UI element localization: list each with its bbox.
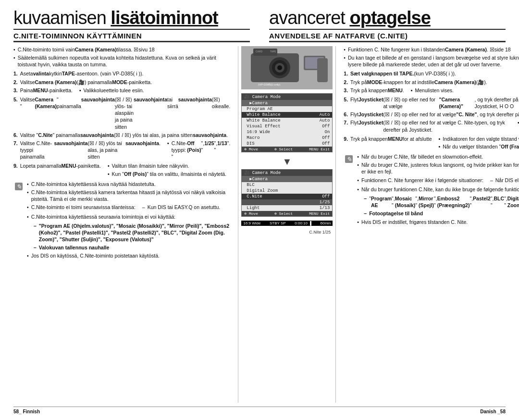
footer-row: 58_ Finnish Danish _58	[13, 407, 506, 414]
list-item: C.Nite-toimintoa käytettäessä seuraavia …	[27, 213, 230, 220]
list-item: Aseta valintakytkin TAPE-asentoon. (vain…	[13, 70, 230, 77]
left-note-content: C.Nite-toimintoa käytettäessä kuva näytt…	[27, 181, 230, 262]
menu-item-125: 1/25	[242, 199, 332, 205]
svg-text:MODE: MODE	[284, 50, 292, 53]
svg-text:(VP-D385(i) only): (VP-D385(i) only)	[258, 83, 280, 86]
down-arrow-icon: ▼	[282, 156, 292, 167]
list-item: Når du vælger tilstanden "Off (Fra)", vi…	[439, 143, 519, 150]
list-item: Paina MENU-painiketta. Valikkolueettelo …	[13, 87, 230, 95]
list-item: Funktionen C. Nite fungerer kun i tilsta…	[344, 46, 519, 53]
menu-footer-2: ⊕ Move⊕ SelectMENU Exit	[242, 211, 332, 216]
status-stby: STBY SP	[270, 221, 286, 225]
list-item: C.Nite-toimintoa käytettäessä kuva näytt…	[27, 181, 230, 187]
list-item: Flyt Joysticket (☒ / ☒) op eller ned for…	[344, 111, 519, 118]
list-item: Du kan tage et billede af en genstand i …	[344, 54, 519, 68]
menu-item: DISOff	[242, 141, 332, 147]
menu-item: Visual EffectOff	[242, 124, 332, 129]
right-note-bullets: Når du bruger C.Nite, får billedet en sl…	[357, 153, 519, 193]
left-section-title: C.NITE-TOIMINNON KÄYTTÄMINEN	[13, 32, 250, 42]
list-item: Når DIS eller EASY.Q er indstillet.	[490, 177, 519, 184]
camera-menu-2: 🎥 Camera Mode ▶Camera BLC Digital Zoom C…	[241, 169, 333, 217]
list-item: Fotooptagelse til bånd	[364, 210, 519, 217]
list-item: Jos DIS on käytössä, C.Nite-toiminto poi…	[27, 252, 230, 259]
footer-right: Danish _58	[480, 409, 506, 414]
list-item: Valokuvan tallennus nauhalle	[34, 244, 230, 251]
left-main-title: kuvaamisen lisätoiminnot	[13, 9, 250, 30]
svg-point-8	[277, 65, 282, 70]
svg-rect-14	[317, 58, 328, 82]
svg-text:CARD: CARD	[256, 50, 263, 53]
list-item: C.Nite-toimintoa käytettäessä kamera tar…	[27, 189, 230, 202]
list-item: Funktionen C. Nite fungerer ikke i følge…	[357, 177, 519, 185]
list-item: Flyt Joysticket (☒ / ☒) op eller ned for…	[344, 96, 519, 110]
col-left: C.Nite-toiminto toimii vain Camera (Kame…	[13, 46, 238, 403]
note-icon-right: ✎	[344, 154, 354, 164]
right-intro-bullets: Funktionen C. Nite fungerer kun i tilsta…	[344, 46, 519, 68]
list-item: Sæt valgknappen til TAPE. (kun VP-D385( …	[344, 70, 519, 77]
list-item: Kun "Off (Pois)" tila on valittu, ilmais…	[108, 171, 226, 177]
list-item: Valikkolueettelo tulee esiin.	[79, 87, 144, 94]
menu-bar-label-2: 🎥 Camera Mode	[244, 170, 281, 175]
content-inner: C.Nite-toiminto toimii vain Camera (Kame…	[13, 46, 506, 403]
col-right: Funktionen C. Nite fungerer kun i tilsta…	[336, 46, 519, 403]
list-item: Säätelemällä sulkimen nopeutta voit kuva…	[13, 54, 230, 68]
status-remaining: 60min	[321, 221, 331, 225]
list-item: "Program AE (Ohjelm.valotus)", "Mosaic (…	[34, 222, 230, 243]
center-images: CARD TAPE MODE (VP-D385(i) only) 🎥 Camer…	[238, 46, 336, 403]
menu-footer: ⊕ Move⊕ SelectMENU Exit	[242, 147, 332, 152]
right-note-last: Hvis DIS er indstillet, frigøres tilstan…	[357, 219, 519, 225]
right-note-box: ✎ Når du bruger C.Nite, får billedet en …	[344, 153, 519, 228]
status-time: 0:00:10 ▐	[295, 221, 311, 225]
status-wide: 16:9 Wide	[243, 221, 260, 225]
left-intro-bullets: C.Nite-toiminto toimii vain Camera (Kame…	[13, 46, 230, 68]
list-item: C.Nite-toiminto toimii vain Camera (Kame…	[13, 46, 230, 53]
list-item: "Program AE", "Mosaic (Mosaik)", "Mirror…	[364, 195, 519, 209]
menu-bar-2: 🎥 Camera Mode	[242, 170, 332, 176]
list-item: Tryk på MODE-knappen for at indstille Ca…	[344, 79, 519, 86]
page: kuvaamisen lisätoiminnot C.NITE-TOIMINNO…	[0, 0, 519, 420]
list-item: Valitun tilan ilmaisin tulee näkyviin.	[108, 162, 226, 169]
svg-text:✎: ✎	[16, 183, 22, 190]
note-icon: ✎	[13, 181, 24, 192]
menu-title-2: ▶Camera	[242, 176, 332, 182]
header-left: kuvaamisen lisätoiminnot C.NITE-TOIMINNO…	[13, 9, 260, 45]
list-item: Når du bruger C.Nite, justeres fokus lan…	[357, 161, 519, 175]
menu-title: ▶Camera	[242, 100, 332, 106]
list-item: Menulisten vises.	[411, 87, 454, 94]
list-item: Tryk på knappen MENU for at afslutte Ind…	[344, 136, 519, 151]
list-item: C.Nite-toiminto ei toimi seuraavissa til…	[27, 204, 230, 211]
footer-left: 58_ Finnish	[13, 409, 40, 414]
right-note-content: Når du bruger C.Nite, får billedet en sl…	[357, 153, 519, 228]
right-main-title: avanceret optagelse	[269, 9, 506, 30]
list-item: Valitse "Camera (Kamera)" painamalla sau…	[13, 96, 230, 130]
right-steps: Sæt valgknappen til TAPE. (kun VP-D385( …	[344, 70, 519, 151]
list-item: Kun DIS tai EASY.Q on asetuttu.	[142, 204, 220, 210]
list-item: Flyt Joysticket (☒ / ☒) op eller ned for…	[344, 119, 519, 134]
svg-text:✎: ✎	[346, 156, 352, 163]
note-bullets: C.Nite-toimintoa käytettäessä kuva näytt…	[27, 181, 230, 220]
list-item: Indikatoren for den valgte tilstand vise…	[439, 136, 519, 142]
menu-item-blc: BLC	[242, 182, 332, 188]
left-note-box: ✎ C.Nite-toimintoa käytettäessä kuva näy…	[13, 181, 230, 262]
list-item: Lopeta painamalla MENU-painiketta. Valit…	[13, 162, 230, 178]
menu-bar-label: 🎥 Camera Mode	[244, 94, 281, 99]
list-item: Valitse "C.Nite" painamalla sauvaohjaint…	[13, 132, 230, 138]
note-last-bullets: Jos DIS on käytössä, C.Nite-toiminto poi…	[27, 252, 230, 259]
menu-item-white-balance: White BalanceAuto	[242, 112, 332, 118]
menu-item: White BalanceAuto	[242, 118, 332, 124]
list-item: C.Nite-tyyppi: "Off (Pois)", "1/25", "1/…	[167, 140, 230, 161]
menu-item-cnite: C.NiteOff	[242, 194, 332, 199]
left-steps: Aseta valintakytkin TAPE-asentoon. (vain…	[13, 70, 230, 178]
header-right: avanceret optagelse ANVENDELSE AF NATFAR…	[260, 9, 506, 45]
right-section-title: ANVENDELSE AF NATFARVE (C.NITE)	[269, 32, 506, 42]
camera-menu-1: 🎥 Camera Mode ▶Camera Program AE White B…	[241, 93, 333, 152]
list-item: Hvis DIS er indstillet, frigøres tilstan…	[357, 219, 519, 225]
list-item: Tryk på knappen MENU. Menulisten vises.	[344, 87, 519, 95]
list-item: Når du bruger funktionen C.Nite, kan du …	[357, 186, 519, 193]
camera-image: CARD TAPE MODE (VP-D385(i) only)	[241, 46, 333, 89]
svg-text:TAPE: TAPE	[270, 50, 276, 53]
list-item: Når du bruger C.Nite, får billedet en sl…	[357, 153, 519, 160]
header-row: kuvaamisen lisätoiminnot C.NITE-TOIMINNO…	[13, 9, 506, 45]
menu-item: MacroOff	[242, 135, 332, 141]
menu-item: 16:9 WideOn	[242, 129, 332, 135]
